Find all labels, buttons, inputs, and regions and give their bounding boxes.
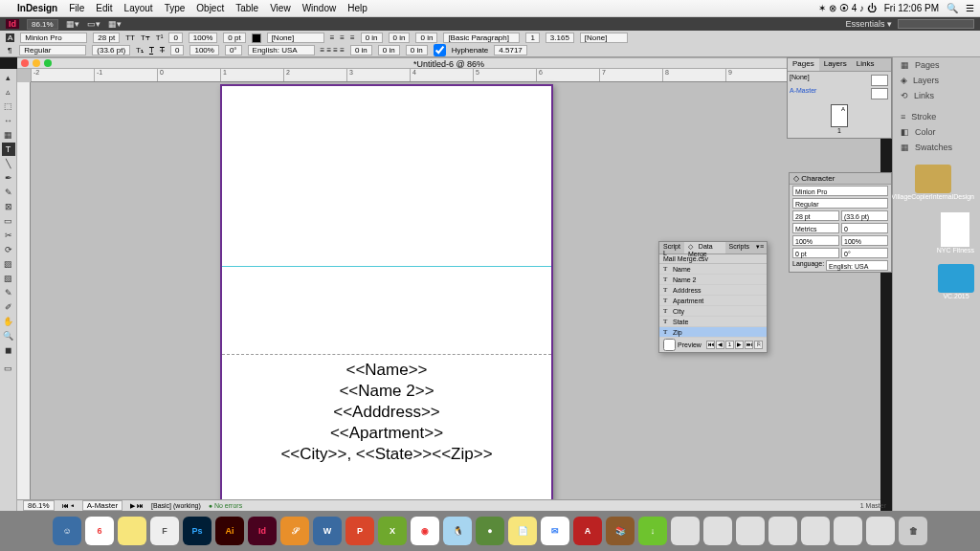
dock-app[interactable] [834,517,862,545]
dock-app[interactable] [768,517,797,545]
horizontal-ruler[interactable]: -2-10123456789 [31,69,880,82]
type-tool[interactable]: T [2,143,15,156]
font-style-field[interactable]: Regular [19,45,86,55]
free-transform-tool[interactable]: ⟳ [2,243,15,256]
tracking-field[interactable]: 0 [170,45,184,55]
note-tool[interactable]: ✎ [2,286,15,299]
page-nav-icon[interactable]: ⏮ ◀ [62,502,75,509]
space-before-field[interactable]: 0 in [415,33,437,43]
dock-app[interactable]: W [313,517,342,545]
dock-app[interactable]: ● [476,517,504,545]
page-nav-icon[interactable]: ▶ ⏭ [130,502,144,510]
view-mode-icon[interactable]: ▭ [2,362,15,375]
char-language[interactable]: English: USA [826,260,888,271]
master-none[interactable]: [None] [790,74,810,80]
dock-app[interactable]: ✉ [541,517,569,545]
last-line-field[interactable]: 0 in [378,45,400,55]
smallcaps-icon[interactable]: Tᴛ [141,33,150,42]
page[interactable]: <<Name>> <<Name 2>> <<Adddress>> <<Apart… [220,84,553,499]
char-font[interactable]: Minion Pro [792,186,888,196]
create-merged-icon[interactable]: ⎘ [754,341,763,349]
rectangle-frame-tool[interactable]: ⊠ [2,200,15,213]
hyphenate-checkbox[interactable] [434,44,446,56]
status-page[interactable]: A-Master [82,500,122,511]
merge-field-name[interactable]: TName [659,264,767,275]
gap-tool[interactable]: ↔ [2,114,15,127]
vertical-ruler[interactable] [17,82,31,499]
dock-app[interactable]: Ps [183,517,212,545]
menu-layout[interactable]: Layout [124,3,153,13]
master-none-thumb[interactable] [871,75,888,86]
columns-field[interactable]: 1 [525,33,539,43]
dock-app[interactable]: 📚 [606,517,635,545]
direct-selection-tool[interactable]: ▵ [2,85,15,99]
char-skew[interactable]: 0° [841,248,888,258]
align-center-icon[interactable]: ≡ [340,33,345,42]
merge-field-name2[interactable]: TName 2 [659,275,767,285]
merge-field-zip[interactable]: TZip [659,327,767,338]
desktop-file-1[interactable]: NYC Fitness [937,212,974,253]
line-tool[interactable]: ╲ [2,157,15,170]
data-merge-panel[interactable]: Script L ◇ Data Merge Scripts ▾≡ Mail Me… [658,241,768,353]
content-collector-tool[interactable]: ▦ [2,128,15,142]
strike-icon[interactable]: T̶ [160,46,165,55]
dock-app[interactable] [671,517,700,545]
menu-view[interactable]: View [270,3,291,13]
mini-color[interactable]: ◧ Color [893,124,980,140]
parastyle-field[interactable]: [Basic Paragraph] [443,33,520,43]
selection-tool[interactable]: ▴ [2,71,15,84]
char-formatting-icon[interactable]: A [6,33,14,42]
menu-app[interactable]: InDesign [17,3,57,13]
dock-app[interactable]: 𝒮 [280,517,309,545]
workspace-switcher[interactable]: Essentials ▾ [845,19,892,29]
dock-app[interactable]: ◉ [411,517,439,545]
menu-window[interactable]: Window [302,3,337,13]
char-tracking[interactable]: 0 [841,223,888,233]
zoom-level[interactable]: 86.1% [27,19,58,30]
dock-app[interactable] [866,517,895,545]
kerning-field[interactable]: 0 [168,33,182,43]
desktop-folder-2[interactable]: VC.2015 [938,264,974,299]
prev-record-icon[interactable]: ◀ [716,341,724,349]
zoom-tool[interactable]: 🔍 [2,329,15,342]
dock-app[interactable]: 🗑 [899,517,927,545]
dock-app[interactable] [736,517,765,545]
notification-icon[interactable]: ☰ [966,3,974,13]
char-leading[interactable]: (33.6 pt) [841,210,888,221]
tab-pages[interactable]: Pages [788,58,819,71]
preflight-profile[interactable]: [Basic] (working) [151,502,201,509]
vscale-field[interactable]: 100% [189,33,217,43]
mini-stroke[interactable]: ≡ Stroke [893,109,980,124]
tab-data-merge[interactable]: ◇ Data Merge [684,242,725,253]
objstyle-field[interactable]: [None] [580,33,628,43]
desktop-folder-1[interactable]: VillageCopierInternalDesign [891,165,974,200]
menubar-clock[interactable]: Fri 12:06 PM [884,3,939,13]
panel-menu-icon[interactable]: ▾≡ [753,242,767,253]
rectangle-tool[interactable]: ▭ [2,214,15,228]
dock-app[interactable]: ↓ [638,517,667,545]
mini-links[interactable]: ⟲ Links [893,88,980,103]
fill-stroke-icon[interactable]: ◼ [2,343,15,361]
menu-object[interactable]: Object [196,3,224,13]
dock-app[interactable]: 📄 [508,517,537,545]
page-thumbnail[interactable]: A [831,104,848,127]
char-baseline[interactable]: 0 pt [792,248,839,258]
next-record-icon[interactable]: ▶ [735,341,744,349]
status-zoom[interactable]: 86.1% [23,500,55,511]
hand-tool[interactable]: ✋ [2,315,15,328]
spotlight-icon[interactable]: 🔍 [947,3,958,13]
dock-app[interactable]: ☺ [53,517,81,545]
language-field[interactable]: English: USA [248,45,315,55]
pen-tool[interactable]: ✒ [2,171,15,185]
gradient-feather-tool[interactable]: ▧ [2,272,15,285]
master-a[interactable]: A-Master [790,87,816,94]
menu-edit[interactable]: Edit [96,3,112,13]
dock-app[interactable]: X [378,517,407,545]
dock-app[interactable] [118,517,146,545]
dock-app[interactable]: Id [248,517,277,545]
pencil-tool[interactable]: ✎ [2,186,15,199]
char-hscale[interactable]: 100% [841,235,888,246]
para-formatting-icon[interactable]: ¶ [6,46,13,55]
skew-field[interactable]: 0° [225,45,242,55]
page-tool[interactable]: ⬚ [2,99,15,113]
